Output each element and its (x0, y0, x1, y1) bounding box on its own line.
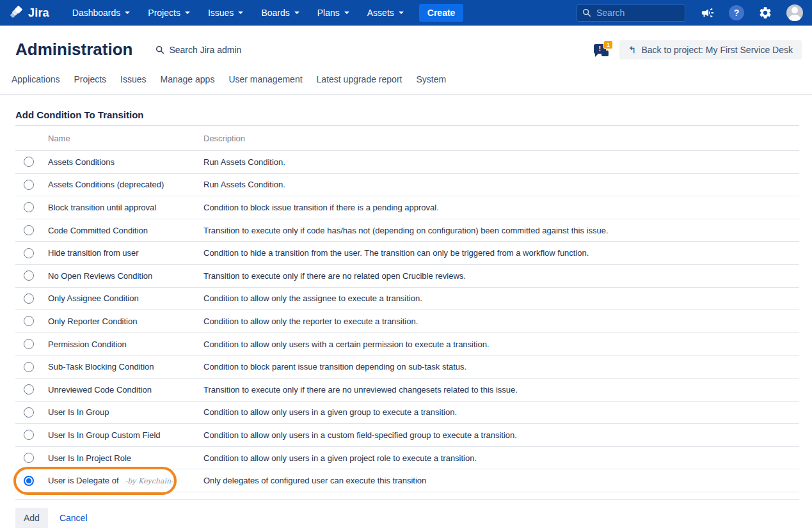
chevron-down-icon (294, 12, 299, 14)
condition-radio[interactable] (24, 316, 34, 326)
condition-name: Only Reporter Condition (48, 317, 137, 326)
table-row: Assets Conditions Run Assets Condition. (15, 151, 799, 174)
nav-menu-item-label: Dashboards (72, 8, 121, 18)
condition-radio[interactable] (24, 202, 34, 212)
admin-tab[interactable]: Applications (6, 72, 66, 86)
vendor-byline: -by Keychain- (125, 477, 173, 485)
condition-name-cell: Hide transition from user (48, 248, 203, 258)
condition-radio[interactable] (24, 270, 34, 281)
condition-radio[interactable] (24, 384, 34, 395)
admin-tab[interactable]: Latest upgrade report (311, 72, 408, 86)
condition-description: Condition to allow only users in a given… (203, 453, 799, 463)
admin-tab-label: Applications (12, 74, 60, 84)
table-row: No Open Reviews Condition Transition to … (15, 265, 799, 288)
condition-name: User is Delegate of (48, 476, 119, 485)
table-row: User Is In Group Custom Field Condition … (15, 424, 799, 447)
table-row: Permission Condition Condition to allow … (15, 333, 799, 356)
admin-search[interactable]: Search Jira admin (155, 45, 241, 55)
speech-bubble-small-icon (601, 51, 609, 56)
condition-name: Sub-Task Blocking Condition (48, 362, 154, 372)
radio-cell (15, 476, 48, 486)
chevron-down-icon (185, 12, 190, 14)
admin-tab-label: Projects (74, 74, 107, 84)
back-to-project-label: Back to project: My First Service Desk (641, 45, 793, 55)
create-button[interactable]: Create (419, 4, 464, 22)
radio-cell (15, 453, 48, 463)
admin-tab-label: Manage apps (161, 74, 215, 84)
admin-tab-label: Latest upgrade report (317, 74, 402, 84)
condition-radio[interactable] (24, 430, 34, 440)
condition-description: Only delegates of configured user can ex… (203, 476, 799, 485)
condition-description: Transition to execute only if code has/h… (203, 226, 799, 235)
condition-name-cell: Permission Condition (48, 340, 203, 349)
column-header-description: Description (203, 134, 245, 143)
chevron-down-icon (125, 12, 130, 14)
condition-name-cell: Assets Conditions (48, 157, 203, 167)
user-avatar[interactable] (786, 4, 803, 21)
condition-radio[interactable] (24, 476, 34, 486)
radio-cell (15, 225, 48, 235)
condition-name-cell: Only Assignee Condition (48, 293, 203, 303)
admin-tab[interactable]: User management (223, 72, 308, 86)
condition-name: Block transition until approval (48, 203, 156, 212)
condition-name-cell: User is Delegate of -by Keychain- (48, 476, 203, 485)
condition-radio[interactable] (24, 225, 34, 235)
admin-header-right: ! 1 ↰ Back to project: My First Service … (593, 40, 802, 59)
search-input[interactable] (596, 8, 673, 18)
condition-radio[interactable] (24, 248, 34, 258)
add-button[interactable]: Add (15, 508, 48, 528)
condition-radio[interactable] (24, 339, 34, 349)
back-to-project-button[interactable]: ↰ Back to project: My First Service Desk (619, 40, 802, 59)
condition-name: Unreviewed Code Condition (48, 385, 152, 395)
chevron-down-icon (399, 12, 404, 14)
table-row: User Is In Project Role Condition to all… (15, 447, 799, 470)
condition-name: Assets Conditions (deprecated) (48, 180, 164, 189)
nav-menu-item-label: Projects (148, 8, 180, 18)
admin-tab-label: System (416, 74, 446, 84)
condition-description: Condition to hide a transition from the … (203, 248, 799, 258)
admin-settings-button[interactable] (758, 6, 772, 20)
main-content: Add Condition To Transition Name Descrip… (0, 109, 812, 528)
cancel-link[interactable]: Cancel (60, 513, 88, 523)
help-button[interactable]: ? (729, 5, 744, 20)
condition-name-cell: Sub-Task Blocking Condition (48, 362, 203, 372)
nav-menu-item[interactable]: Boards (255, 4, 305, 22)
condition-name: Code Committed Condition (48, 226, 148, 235)
radio-cell (15, 248, 48, 258)
condition-radio[interactable] (24, 362, 34, 372)
table-header: Name Description (15, 126, 799, 151)
jira-logo[interactable]: Jira (10, 6, 49, 20)
nav-menu-item[interactable]: Plans (311, 4, 356, 22)
condition-radio[interactable] (24, 453, 34, 463)
chevron-down-icon (238, 12, 243, 14)
radio-cell (15, 293, 48, 304)
page-title: Administration (15, 40, 132, 59)
condition-name-cell: Unreviewed Code Condition (48, 385, 203, 395)
condition-radio[interactable] (24, 293, 34, 304)
nav-menu-item[interactable]: Issues (202, 4, 250, 22)
condition-radio[interactable] (24, 180, 34, 190)
notification-icon[interactable]: ! 1 (593, 40, 613, 59)
admin-tabs: Applications Projects Issues Manage apps… (6, 72, 812, 86)
admin-tab[interactable]: Manage apps (155, 72, 221, 86)
admin-tab[interactable]: System (410, 72, 452, 86)
nav-menu-item[interactable]: Projects (141, 4, 196, 22)
condition-radio[interactable] (24, 157, 34, 167)
settings-gear-icon (758, 6, 772, 20)
admin-tab-label: User management (228, 74, 302, 84)
megaphone-icon (701, 6, 715, 20)
condition-radio[interactable] (24, 407, 34, 418)
nav-menu-item-label: Assets (367, 8, 394, 18)
chevron-down-icon (344, 12, 349, 14)
admin-tab[interactable]: Issues (115, 72, 152, 86)
top-navbar: Jira Dashboards Projects Issues Boards P… (0, 0, 812, 26)
table-row: Assets Conditions (deprecated) Run Asset… (15, 174, 799, 197)
admin-tab[interactable]: Projects (68, 72, 113, 86)
admin-search-label: Search Jira admin (169, 45, 241, 55)
radio-cell (15, 316, 48, 326)
navbar-search[interactable] (577, 4, 685, 22)
condition-description: Condition to block parent issue transiti… (203, 362, 799, 372)
announcements-megaphone-icon[interactable] (701, 6, 715, 20)
nav-menu-item[interactable]: Dashboards (66, 4, 137, 22)
nav-menu-item[interactable]: Assets (361, 4, 410, 22)
